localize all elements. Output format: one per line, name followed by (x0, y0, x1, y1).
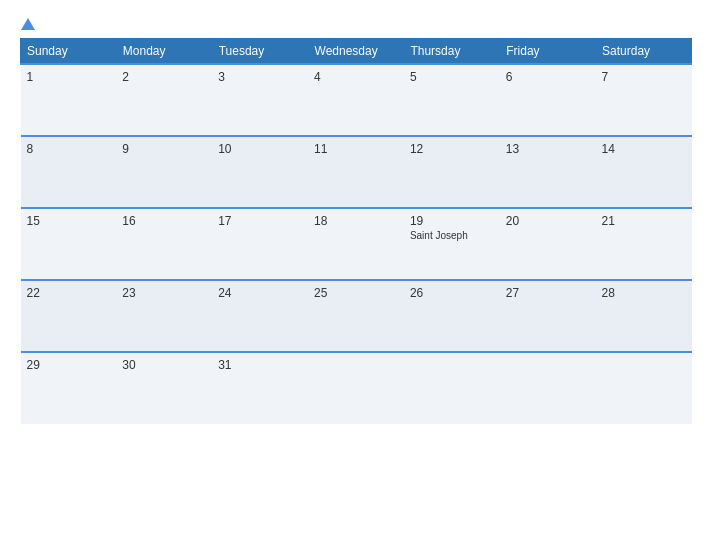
day-number: 9 (122, 142, 206, 156)
calendar-cell: 20 (500, 208, 596, 280)
logo-triangle-icon (21, 18, 35, 30)
calendar-cell: 13 (500, 136, 596, 208)
day-number: 11 (314, 142, 398, 156)
day-number: 7 (602, 70, 686, 84)
calendar-cell: 9 (116, 136, 212, 208)
calendar-cell: 11 (308, 136, 404, 208)
calendar-table: Sunday Monday Tuesday Wednesday Thursday… (20, 38, 692, 424)
calendar-cell: 23 (116, 280, 212, 352)
calendar-header: Sunday Monday Tuesday Wednesday Thursday… (21, 39, 692, 65)
header-monday: Monday (116, 39, 212, 65)
header-thursday: Thursday (404, 39, 500, 65)
calendar-cell: 2 (116, 64, 212, 136)
day-number: 3 (218, 70, 302, 84)
header-tuesday: Tuesday (212, 39, 308, 65)
calendar-cell: 3 (212, 64, 308, 136)
calendar-cell: 17 (212, 208, 308, 280)
day-number: 26 (410, 286, 494, 300)
day-number: 15 (27, 214, 111, 228)
calendar-cell: 28 (596, 280, 692, 352)
day-number: 28 (602, 286, 686, 300)
header (20, 18, 692, 30)
calendar-cell: 6 (500, 64, 596, 136)
logo (20, 18, 100, 30)
calendar-cell: 15 (21, 208, 117, 280)
day-number: 2 (122, 70, 206, 84)
calendar-cell (500, 352, 596, 424)
day-number: 25 (314, 286, 398, 300)
day-number: 29 (27, 358, 111, 372)
calendar-cell (308, 352, 404, 424)
day-number: 14 (602, 142, 686, 156)
day-number: 20 (506, 214, 590, 228)
header-wednesday: Wednesday (308, 39, 404, 65)
day-number: 30 (122, 358, 206, 372)
calendar-cell: 26 (404, 280, 500, 352)
week-row-3: 1516171819Saint Joseph2021 (21, 208, 692, 280)
calendar-cell: 27 (500, 280, 596, 352)
week-row-4: 22232425262728 (21, 280, 692, 352)
day-number: 18 (314, 214, 398, 228)
calendar-cell: 8 (21, 136, 117, 208)
calendar-cell: 18 (308, 208, 404, 280)
day-number: 19 (410, 214, 494, 228)
header-friday: Friday (500, 39, 596, 65)
calendar-cell: 1 (21, 64, 117, 136)
calendar-cell: 30 (116, 352, 212, 424)
weekday-header-row: Sunday Monday Tuesday Wednesday Thursday… (21, 39, 692, 65)
calendar-cell: 22 (21, 280, 117, 352)
calendar-body: 12345678910111213141516171819Saint Josep… (21, 64, 692, 424)
day-number: 4 (314, 70, 398, 84)
day-number: 21 (602, 214, 686, 228)
header-sunday: Sunday (21, 39, 117, 65)
day-number: 17 (218, 214, 302, 228)
calendar-cell: 25 (308, 280, 404, 352)
day-number: 24 (218, 286, 302, 300)
calendar-cell: 24 (212, 280, 308, 352)
day-number: 23 (122, 286, 206, 300)
calendar-cell: 12 (404, 136, 500, 208)
day-number: 13 (506, 142, 590, 156)
day-number: 16 (122, 214, 206, 228)
calendar-cell: 10 (212, 136, 308, 208)
day-number: 10 (218, 142, 302, 156)
calendar-cell: 29 (21, 352, 117, 424)
day-number: 1 (27, 70, 111, 84)
calendar-cell: 31 (212, 352, 308, 424)
week-row-1: 1234567 (21, 64, 692, 136)
calendar-cell: 5 (404, 64, 500, 136)
day-number: 31 (218, 358, 302, 372)
day-number: 27 (506, 286, 590, 300)
week-row-2: 891011121314 (21, 136, 692, 208)
calendar-cell: 21 (596, 208, 692, 280)
calendar-cell: 19Saint Joseph (404, 208, 500, 280)
calendar-cell: 4 (308, 64, 404, 136)
day-number: 6 (506, 70, 590, 84)
calendar-cell: 7 (596, 64, 692, 136)
day-number: 22 (27, 286, 111, 300)
calendar-cell (404, 352, 500, 424)
day-number: 8 (27, 142, 111, 156)
day-number: 12 (410, 142, 494, 156)
week-row-5: 293031 (21, 352, 692, 424)
header-saturday: Saturday (596, 39, 692, 65)
calendar-cell (596, 352, 692, 424)
day-number: 5 (410, 70, 494, 84)
holiday-name: Saint Joseph (410, 230, 494, 241)
calendar-cell: 16 (116, 208, 212, 280)
calendar-cell: 14 (596, 136, 692, 208)
calendar-page: Sunday Monday Tuesday Wednesday Thursday… (0, 0, 712, 550)
